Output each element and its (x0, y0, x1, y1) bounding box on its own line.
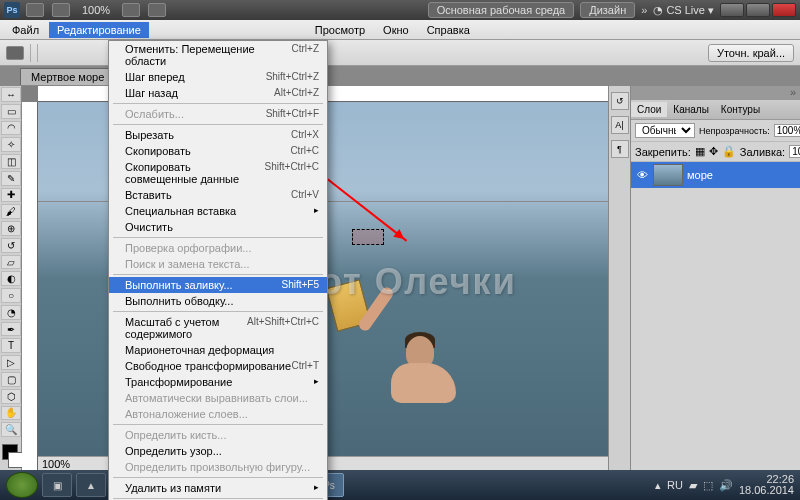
edit-dropdown-menu: Отменить: Перемещение областиCtrl+ZШаг в… (108, 40, 328, 500)
layer-name[interactable]: море (687, 169, 713, 181)
3d-tool[interactable]: ⬡ (1, 389, 21, 404)
menu-edit[interactable]: Редактирование (49, 22, 149, 38)
refine-edge-button[interactable]: Уточн. край... (708, 44, 794, 62)
tray-flag-icon[interactable]: ▰ (689, 479, 697, 492)
menu-item[interactable]: Выполнить обводку... (109, 293, 327, 309)
minimize-button[interactable] (720, 3, 744, 17)
history-panel-icon[interactable]: ↺ (611, 92, 629, 110)
menu-hidden-2[interactable] (203, 28, 253, 32)
wand-tool[interactable]: ✧ (1, 137, 21, 152)
screen-mode-button[interactable] (148, 3, 166, 17)
lock-all-icon[interactable]: 🔒 (722, 145, 736, 158)
stamp-tool[interactable]: ⊕ (1, 221, 21, 236)
layer-thumbnail[interactable] (653, 164, 683, 186)
vertical-ruler[interactable] (22, 102, 38, 470)
tray-network-icon[interactable]: ⬚ (703, 479, 713, 492)
lock-label: Закрепить: (635, 146, 691, 158)
history-brush-tool[interactable]: ↺ (1, 238, 21, 253)
tab-paths[interactable]: Контуры (715, 102, 766, 117)
move-tool[interactable]: ↔ (1, 87, 21, 102)
image-subject (346, 288, 466, 428)
menu-file[interactable]: Файл (4, 22, 47, 38)
menu-item[interactable]: Масштаб с учетом содержимогоAlt+Shift+Ct… (109, 314, 327, 342)
tray-arrow-icon[interactable]: ▴ (655, 479, 661, 492)
tab-channels[interactable]: Каналы (667, 102, 715, 117)
blur-tool[interactable]: ○ (1, 288, 21, 303)
bridge-button[interactable] (26, 3, 44, 17)
gradient-tool[interactable]: ◐ (1, 271, 21, 286)
layer-row[interactable]: 👁 море (631, 162, 800, 188)
panels-dock: » Слои Каналы Контуры Обычные Непрозрачн… (630, 86, 800, 470)
menu-view[interactable]: Просмотр (307, 22, 373, 38)
menu-item: Определить произвольную фигуру... (109, 459, 327, 475)
cslive-button[interactable]: ◔ CS Live ▾ (653, 4, 714, 17)
toolbox: ↔ ▭ ◠ ✧ ◫ ✎ ✚ 🖌 ⊕ ↺ ▱ ◐ ○ ◔ ✒ T ▷ ▢ ⬡ ✋ … (0, 86, 22, 470)
lasso-tool[interactable]: ◠ (1, 121, 21, 136)
task-vlc[interactable]: ▲ (76, 473, 106, 497)
zoom-tool[interactable]: 🔍 (1, 422, 21, 437)
tray-volume-icon[interactable]: 🔊 (719, 479, 733, 492)
menu-item[interactable]: Трансформирование (109, 374, 327, 390)
start-button[interactable] (6, 472, 38, 498)
workspace-menu-icon[interactable]: » (641, 4, 647, 16)
workspace-switcher[interactable]: Основная рабочая среда (428, 2, 575, 18)
selection-marquee[interactable] (352, 229, 384, 245)
menu-item[interactable]: Отменить: Перемещение областиCtrl+Z (109, 41, 327, 69)
eraser-tool[interactable]: ▱ (1, 255, 21, 270)
menu-item[interactable]: Шаг впередShift+Ctrl+Z (109, 69, 327, 85)
brush-tool[interactable]: 🖌 (1, 204, 21, 219)
minibridge-button[interactable] (52, 3, 70, 17)
menu-item[interactable]: Марионеточная деформация (109, 342, 327, 358)
menu-item[interactable]: Свободное трансформированиеCtrl+T (109, 358, 327, 374)
menu-item[interactable]: Удалить из памяти (109, 480, 327, 496)
menu-item: Определить кисть... (109, 427, 327, 443)
marquee-tool[interactable]: ▭ (1, 104, 21, 119)
fill-label: Заливка: (740, 146, 785, 158)
menu-item[interactable]: Скопировать совмещенные данныеShift+Ctrl… (109, 159, 327, 187)
status-zoom[interactable]: 100% (42, 458, 70, 470)
pen-tool[interactable]: ✒ (1, 322, 21, 337)
lock-position-icon[interactable]: ✥ (709, 145, 718, 158)
tool-preset[interactable] (6, 46, 24, 60)
dodge-tool[interactable]: ◔ (1, 305, 21, 320)
shape-tool[interactable]: ▢ (1, 372, 21, 387)
menu-item[interactable]: ВставитьCtrl+V (109, 187, 327, 203)
paragraph-panel-icon[interactable]: ¶ (611, 140, 629, 158)
layer-visibility-icon[interactable]: 👁 (635, 168, 649, 182)
menu-item: Автоналожение слоев... (109, 406, 327, 422)
heal-tool[interactable]: ✚ (1, 188, 21, 203)
menu-window[interactable]: Окно (375, 22, 417, 38)
crop-tool[interactable]: ◫ (1, 154, 21, 169)
tray-lang[interactable]: RU (667, 479, 683, 491)
view-arrange-button[interactable] (122, 3, 140, 17)
tray-clock[interactable]: 22:26 18.06.2014 (739, 474, 794, 496)
menu-hidden-1[interactable] (151, 28, 201, 32)
hand-tool[interactable]: ✋ (1, 406, 21, 421)
lock-pixels-icon[interactable]: ▦ (695, 145, 705, 158)
tab-layers[interactable]: Слои (631, 102, 667, 117)
menu-item[interactable]: Специальная вставка (109, 203, 327, 219)
type-tool[interactable]: T (1, 338, 21, 353)
path-tool[interactable]: ▷ (1, 355, 21, 370)
menu-item[interactable]: Определить узор... (109, 443, 327, 459)
eyedropper-tool[interactable]: ✎ (1, 171, 21, 186)
menu-item: Поиск и замена текста... (109, 256, 327, 272)
menu-item[interactable]: СкопироватьCtrl+C (109, 143, 327, 159)
menu-hidden-3[interactable] (255, 28, 305, 32)
dock-collapse-icon[interactable]: » (631, 86, 800, 100)
menu-item[interactable]: Шаг назадAlt+Ctrl+Z (109, 85, 327, 101)
menu-item[interactable]: Очистить (109, 219, 327, 235)
blend-mode-select[interactable]: Обычные (635, 123, 695, 138)
fill-input[interactable] (789, 145, 800, 158)
zoom-display[interactable]: 100% (78, 4, 114, 16)
design-workspace[interactable]: Дизайн (580, 2, 635, 18)
menu-help[interactable]: Справка (419, 22, 478, 38)
maximize-button[interactable] (746, 3, 770, 17)
window-titlebar: Ps 100% Основная рабочая среда Дизайн » … (0, 0, 800, 20)
menu-item[interactable]: Выполнить заливку...Shift+F5 (109, 277, 327, 293)
menu-item[interactable]: ВырезатьCtrl+X (109, 127, 327, 143)
task-explorer[interactable]: ▣ (42, 473, 72, 497)
opacity-input[interactable] (774, 124, 800, 137)
close-button[interactable] (772, 3, 796, 17)
char-panel-icon[interactable]: A| (611, 116, 629, 134)
